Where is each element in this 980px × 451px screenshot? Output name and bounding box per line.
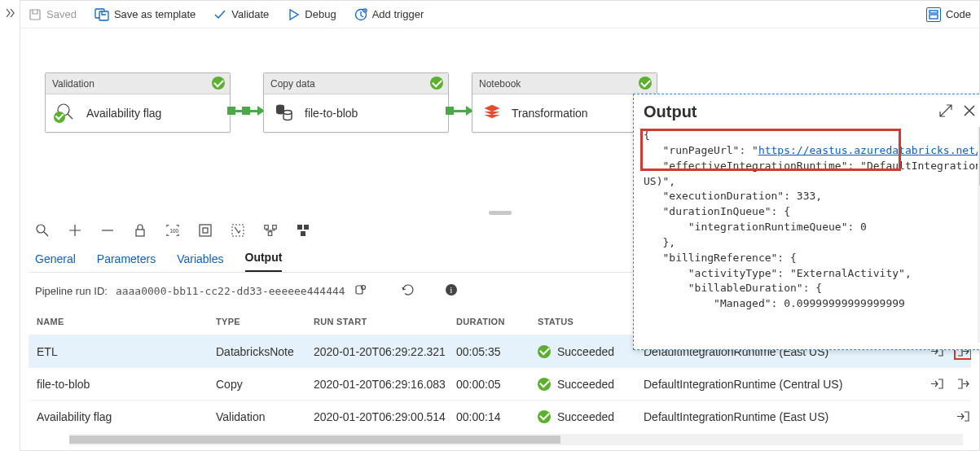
save-as-template-button[interactable]: Save as template (94, 8, 196, 21)
cell-name: file-to-blob (37, 378, 216, 391)
add-trigger-label: Add trigger (372, 8, 424, 20)
activity-title: file-to-blob (305, 107, 358, 120)
close-icon[interactable] (963, 104, 980, 120)
tab-parameters[interactable]: Parameters (97, 252, 156, 272)
svg-rect-16 (265, 226, 269, 230)
tab-general[interactable]: General (35, 252, 76, 272)
fit-to-content-icon[interactable]: 100 (165, 223, 180, 238)
activity-title: Transformation (512, 107, 588, 120)
cell-type: Copy (216, 378, 314, 391)
fullscreen-icon[interactable] (198, 223, 213, 238)
svg-rect-20 (304, 225, 309, 230)
code-icon (926, 7, 941, 22)
status-success-icon (538, 410, 551, 423)
input-icon[interactable] (928, 376, 946, 392)
col-duration: DURATION (456, 317, 538, 326)
cell-runtime: DefaultIntegrationRuntime (Central US) (644, 378, 900, 391)
lock-icon[interactable] (133, 223, 147, 238)
auto-align-icon[interactable] (263, 223, 278, 238)
validate-label: Validate (231, 8, 269, 20)
cell-type: Validation (216, 410, 314, 423)
svg-rect-17 (273, 226, 277, 230)
output-icon[interactable] (954, 376, 971, 392)
table-row[interactable]: file-to-blob Copy 2020-01-20T06:29:16.08… (29, 367, 971, 400)
status-success-icon (212, 77, 225, 90)
svg-rect-5 (929, 11, 938, 13)
pipeline-connector (231, 110, 263, 112)
svg-rect-18 (268, 232, 272, 236)
search-icon[interactable] (35, 223, 50, 238)
popup-json-pre: { "runPageUrl": " (644, 129, 758, 156)
svg-point-10 (37, 225, 45, 233)
input-icon[interactable] (954, 409, 971, 425)
copy-icon[interactable] (354, 283, 367, 299)
cell-status: Succeeded (557, 378, 614, 391)
cell-run-start: 2020-01-20T06:29:00.514 (314, 410, 456, 423)
svg-rect-0 (30, 10, 40, 20)
validate-button[interactable]: Validate (213, 8, 269, 21)
info-icon[interactable]: i (445, 283, 458, 299)
svg-rect-6 (929, 15, 938, 19)
plus-icon[interactable] (68, 223, 82, 238)
svg-rect-15 (232, 225, 244, 236)
activity-node-header: Copy data (264, 73, 448, 94)
horizontal-scrollbar[interactable] (69, 434, 963, 445)
minus-icon[interactable] (100, 223, 115, 238)
col-name: NAME (37, 317, 216, 326)
activity-node-header: Notebook (472, 73, 657, 94)
col-type: TYPE (216, 317, 314, 326)
add-trigger-button[interactable]: Add trigger (354, 8, 424, 21)
magnifier-check-icon (55, 102, 77, 125)
output-popup: Output { "runPageUrl": "https://eastus.a… (633, 94, 980, 350)
svg-rect-2 (99, 11, 108, 20)
activity-type-label: Copy data (270, 78, 315, 90)
databricks-icon (482, 103, 502, 125)
activity-title: Availability flag (86, 107, 161, 120)
expand-icon[interactable] (938, 103, 956, 120)
activity-node-copy-data[interactable]: Copy data file-to-blob (263, 72, 449, 133)
copy-data-icon (274, 102, 295, 125)
activity-type-label: Notebook (479, 78, 521, 90)
status-success-icon (538, 345, 551, 358)
status-success-icon (639, 77, 652, 90)
expand-panel-icon[interactable] (0, 0, 20, 26)
svg-point-23 (361, 285, 365, 289)
cell-status: Succeeded (557, 345, 614, 358)
refresh-icon[interactable] (401, 282, 415, 300)
cell-name: Availability flag (37, 410, 216, 423)
saved-label: Saved (46, 8, 77, 20)
popup-json-post: ", "effectiveIntegrationRuntime": "Defau… (644, 144, 980, 309)
layout-toggle-icon[interactable] (296, 223, 310, 238)
run-page-url-link[interactable]: https://eastus.azuredatabricks.net/?o=00… (758, 144, 980, 156)
svg-rect-13 (200, 225, 211, 236)
popup-title: Output (644, 103, 932, 121)
svg-point-9 (283, 110, 292, 114)
saved-indicator: Saved (29, 8, 77, 21)
cell-name: ETL (37, 345, 216, 358)
cell-duration: 00:05:35 (456, 345, 538, 358)
popup-json-body[interactable]: { "runPageUrl": "https://eastus.azuredat… (644, 128, 980, 312)
debug-button[interactable]: Debug (287, 8, 336, 21)
pipeline-connector (449, 110, 472, 112)
svg-rect-21 (301, 231, 305, 236)
svg-rect-19 (297, 225, 302, 230)
code-button[interactable]: Code (926, 7, 971, 22)
svg-rect-11 (136, 230, 144, 236)
table-row[interactable]: Availability flag Validation 2020-01-20T… (29, 400, 971, 432)
cell-type: DatabricksNote (216, 345, 314, 358)
run-id-value: aaaa0000-bb11-cc22-dd33-eeeeee444444 (116, 285, 345, 297)
main-panel: Saved Save as template Validate Debug Ad… (20, 0, 980, 451)
activity-node-validation[interactable]: Validation Availability flag (45, 72, 231, 133)
code-label: Code (946, 8, 971, 20)
activity-type-label: Validation (52, 78, 94, 90)
svg-text:100: 100 (169, 228, 178, 234)
tab-output[interactable]: Output (245, 251, 283, 272)
cell-status: Succeeded (557, 410, 614, 423)
activity-node-notebook[interactable]: Notebook Transformation (472, 72, 657, 133)
tab-variables[interactable]: Variables (177, 252, 223, 272)
col-run-start: RUN START (314, 317, 456, 326)
select-all-icon[interactable] (231, 223, 245, 238)
cell-runtime: DefaultIntegrationRuntime (East US) (644, 410, 900, 423)
cell-run-start: 2020-01-20T06:29:16.083 (314, 378, 456, 391)
debug-label: Debug (305, 8, 336, 20)
